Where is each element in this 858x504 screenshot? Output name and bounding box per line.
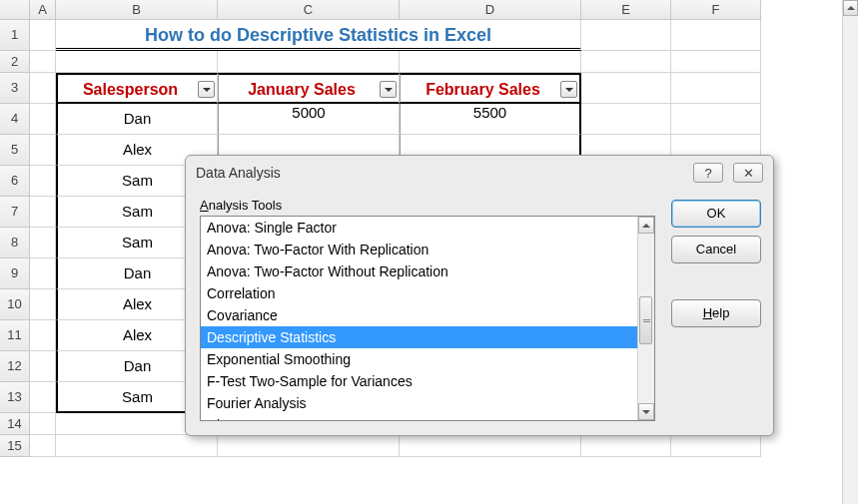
cell-B15[interactable]: [56, 435, 218, 457]
row-header-5[interactable]: 5: [0, 135, 30, 166]
row-header-1[interactable]: 1: [0, 20, 30, 51]
row-header-4[interactable]: 4: [0, 104, 30, 135]
list-items: Anova: Single Factor Anova: Two-Factor W…: [201, 217, 637, 420]
cell-E1[interactable]: [581, 20, 671, 51]
row-header-3[interactable]: 3: [0, 73, 30, 104]
scrollbar-thumb[interactable]: [639, 296, 652, 344]
list-item[interactable]: Fourier Analysis: [201, 392, 637, 414]
cell-A11[interactable]: [30, 320, 56, 351]
list-item[interactable]: F-Test Two-Sample for Variances: [201, 370, 637, 392]
cell-A2[interactable]: [30, 51, 56, 73]
list-item[interactable]: Histogram: [201, 414, 637, 420]
table-cell-feb[interactable]: 5500: [400, 104, 581, 135]
cell-B2[interactable]: [56, 51, 218, 73]
list-item[interactable]: Anova: Two-Factor Without Replication: [201, 260, 637, 282]
cell-E3[interactable]: [581, 73, 671, 104]
row-header-13[interactable]: 13: [0, 382, 30, 413]
cancel-button[interactable]: Cancel: [671, 236, 761, 263]
list-item[interactable]: Anova: Two-Factor With Replication: [201, 239, 637, 260]
cell-A14[interactable]: [30, 413, 56, 435]
list-item[interactable]: Correlation: [201, 282, 637, 304]
row-header-14[interactable]: 14: [0, 413, 30, 435]
cell-F3[interactable]: [671, 73, 761, 104]
ok-button[interactable]: OK: [671, 200, 761, 228]
help-icon[interactable]: ?: [693, 163, 723, 183]
worksheet-vertical-scrollbar[interactable]: [842, 0, 858, 504]
cell-A1[interactable]: [30, 20, 56, 51]
row-header-9[interactable]: 9: [0, 258, 30, 289]
row-header-12[interactable]: 12: [0, 351, 30, 382]
cell-A3[interactable]: [30, 73, 56, 104]
cell-D15[interactable]: [400, 435, 581, 457]
cell-D2[interactable]: [400, 51, 581, 73]
row-header-8[interactable]: 8: [0, 228, 30, 258]
cell-E4[interactable]: [581, 104, 671, 135]
cell-A15[interactable]: [30, 435, 56, 457]
table-header-salesperson[interactable]: Salesperson: [56, 73, 218, 104]
table-header-february[interactable]: February Sales: [400, 73, 581, 104]
row-header-6[interactable]: 6: [0, 166, 30, 197]
cell-E2[interactable]: [581, 51, 671, 73]
col-header-F[interactable]: F: [671, 0, 761, 20]
table-header-january[interactable]: January Sales: [218, 73, 400, 104]
analysis-tools-label: Analysis Tools: [200, 198, 655, 213]
table-cell-jan[interactable]: 5000: [218, 104, 400, 135]
th-label: Salesperson: [83, 81, 178, 98]
close-icon[interactable]: ✕: [733, 163, 763, 183]
filter-button[interactable]: [198, 81, 215, 98]
list-item[interactable]: Exponential Smoothing: [201, 348, 637, 370]
row-header-7[interactable]: 7: [0, 197, 30, 228]
row-header-11[interactable]: 11: [0, 320, 30, 351]
col-header-E[interactable]: E: [581, 0, 671, 20]
dialog-titlebar[interactable]: Data Analysis ? ✕: [186, 156, 773, 190]
cell-A13[interactable]: [30, 382, 56, 413]
cell-C15[interactable]: [218, 435, 400, 457]
list-item[interactable]: Anova: Single Factor: [201, 217, 637, 239]
cell-F4[interactable]: [671, 104, 761, 135]
col-header-A[interactable]: A: [30, 0, 56, 20]
cell-A9[interactable]: [30, 258, 56, 289]
scroll-up-icon[interactable]: [638, 217, 654, 234]
cell-A10[interactable]: [30, 289, 56, 320]
scroll-down-icon[interactable]: [638, 403, 654, 420]
dialog-body: Analysis Tools Anova: Single Factor Anov…: [186, 190, 773, 435]
cell-A5[interactable]: [30, 135, 56, 166]
row-header-15[interactable]: 15: [0, 435, 30, 457]
spreadsheet-grid: A B C D E F: [0, 0, 858, 20]
cell-F2[interactable]: [671, 51, 761, 73]
row-header-2[interactable]: 2: [0, 51, 30, 73]
col-header-D[interactable]: D: [400, 0, 581, 20]
cell-F1[interactable]: [671, 20, 761, 51]
cell-E15[interactable]: [581, 435, 671, 457]
list-item-selected[interactable]: Descriptive Statistics: [201, 326, 637, 348]
cell-A8[interactable]: [30, 228, 56, 258]
help-button[interactable]: Help: [671, 299, 761, 327]
list-item[interactable]: Covariance: [201, 304, 637, 326]
scroll-up-icon[interactable]: [843, 0, 858, 16]
cell-A6[interactable]: [30, 166, 56, 197]
select-all-corner[interactable]: [0, 0, 30, 20]
title-cell[interactable]: How to do Descriptive Statistics in Exce…: [56, 20, 581, 51]
col-header-B[interactable]: B: [56, 0, 218, 20]
cell-F15[interactable]: [671, 435, 761, 457]
dialog-buttons: OK Cancel Help: [671, 198, 761, 327]
dialog-title: Data Analysis: [196, 165, 281, 181]
listbox-scrollbar[interactable]: [637, 217, 654, 420]
data-analysis-dialog: Data Analysis ? ✕ Analysis Tools Anova: …: [185, 155, 774, 436]
row-header-10[interactable]: 10: [0, 289, 30, 320]
th-label: January Sales: [248, 81, 356, 98]
cell-A4[interactable]: [30, 104, 56, 135]
filter-button[interactable]: [380, 81, 397, 98]
cell-A12[interactable]: [30, 351, 56, 382]
table-cell-name[interactable]: Dan: [56, 104, 218, 135]
col-header-C[interactable]: C: [218, 0, 400, 20]
analysis-tools-area: Analysis Tools Anova: Single Factor Anov…: [200, 198, 655, 421]
filter-button[interactable]: [560, 81, 577, 98]
th-label: February Sales: [426, 81, 540, 98]
analysis-tools-listbox[interactable]: Anova: Single Factor Anova: Two-Factor W…: [200, 216, 655, 421]
cell-C2[interactable]: [218, 51, 400, 73]
window-buttons: ? ✕: [693, 163, 763, 183]
cell-A7[interactable]: [30, 197, 56, 228]
